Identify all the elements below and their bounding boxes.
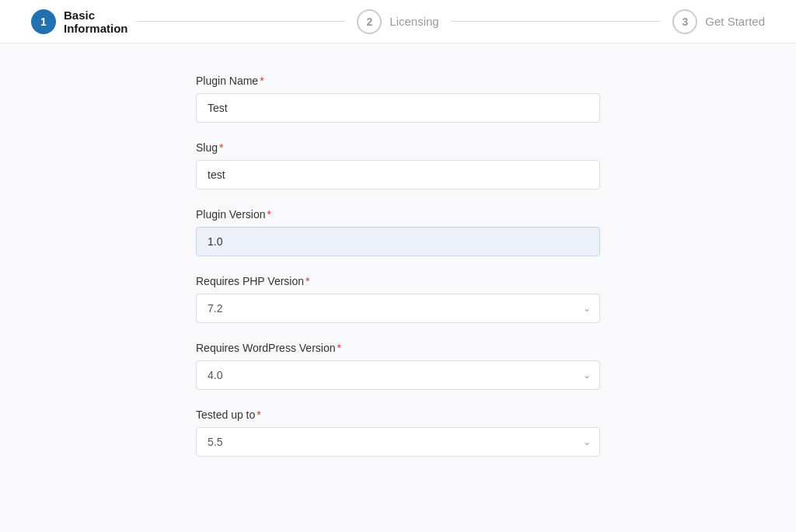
step-3-number: 3 (672, 9, 697, 34)
requires-php-label: Requires PHP Version* (196, 275, 600, 287)
plugin-name-input[interactable] (196, 93, 600, 123)
step-1-label: Basic Information (64, 9, 136, 35)
plugin-version-label: Plugin Version* (196, 208, 600, 221)
slug-group: Slug* (196, 141, 600, 190)
plugin-name-required: * (260, 75, 264, 87)
tested-up-to-select[interactable]: 5.0 5.1 5.2 5.3 5.4 5.5 5.6 5.7 5.8 6.0 (196, 427, 600, 457)
form-container: Plugin Name* Slug* Plugin Version* Requi… (196, 75, 600, 475)
slug-label: Slug* (196, 141, 600, 154)
tested-up-to-required: * (257, 409, 260, 421)
requires-php-select[interactable]: 7.0 7.1 7.2 7.3 7.4 8.0 8.1 (196, 294, 600, 323)
requires-wp-label: Requires WordPress Version* (196, 342, 600, 354)
step-3[interactable]: 3 Get Started (660, 9, 765, 34)
tested-up-to-select-wrapper: 5.0 5.1 5.2 5.3 5.4 5.5 5.6 5.7 5.8 6.0 … (196, 427, 600, 457)
requires-php-select-wrapper: 7.0 7.1 7.2 7.3 7.4 8.0 8.1 ⌄ (196, 294, 600, 323)
slug-input[interactable] (196, 160, 600, 190)
requires-wp-required: * (337, 342, 340, 354)
step-1[interactable]: 1 Basic Information (31, 9, 136, 35)
stepper-header: 1 Basic Information 2 Licensing 3 Get St… (0, 0, 796, 43)
requires-php-required: * (305, 275, 309, 287)
step-1-number: 1 (31, 9, 56, 34)
step-2[interactable]: 2 Licensing (346, 9, 451, 34)
plugin-version-group: Plugin Version* (196, 208, 600, 256)
plugin-version-required: * (267, 208, 271, 221)
tested-up-to-label: Tested up to* (196, 409, 600, 421)
requires-wp-select[interactable]: 3.8 3.9 4.0 4.5 5.0 5.5 5.8 6.0 (196, 360, 600, 390)
step-2-number: 2 (357, 9, 382, 34)
plugin-name-group: Plugin Name* (196, 75, 600, 123)
tested-up-to-group: Tested up to* 5.0 5.1 5.2 5.3 5.4 5.5 5.… (196, 409, 600, 457)
slug-required: * (219, 141, 223, 154)
requires-wp-group: Requires WordPress Version* 3.8 3.9 4.0 … (196, 342, 600, 390)
requires-php-group: Requires PHP Version* 7.0 7.1 7.2 7.3 7.… (196, 275, 600, 323)
step-2-label: Licensing (389, 15, 438, 28)
step-connector-1 (136, 21, 346, 22)
requires-wp-select-wrapper: 3.8 3.9 4.0 4.5 5.0 5.5 5.8 6.0 ⌄ (196, 360, 600, 390)
step-connector-2 (450, 21, 660, 22)
main-content: Plugin Name* Slug* Plugin Version* Requi… (0, 43, 796, 506)
plugin-name-label: Plugin Name* (196, 75, 600, 87)
step-3-label: Get Started (705, 15, 765, 28)
plugin-version-input[interactable] (196, 227, 600, 256)
